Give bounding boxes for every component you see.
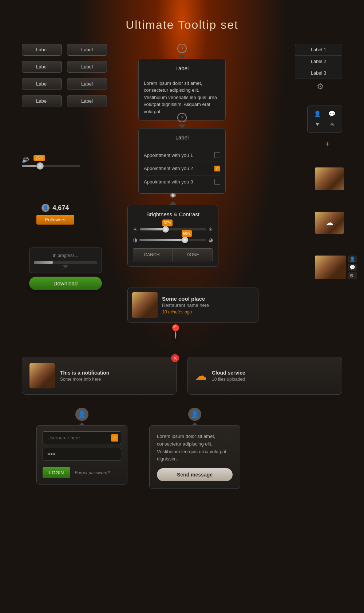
- tooltip-1-arrow: [178, 55, 186, 59]
- forgot-password-link[interactable]: Forgot password?: [75, 470, 110, 475]
- right-image-area: ☁ 👤 💬 ⚙: [315, 167, 346, 279]
- brightness-thumb[interactable]: 37%: [162, 226, 169, 233]
- brightness-box: Brightness & Contrast ☀ 37% ☀ ◑ 66%: [127, 205, 218, 267]
- checkbox-2[interactable]: [214, 166, 220, 171]
- checkbox-row-3: Appointment with you 3: [144, 175, 220, 189]
- download-tooltip-arrow: [63, 265, 68, 268]
- slider-badge: 25%: [33, 155, 45, 161]
- checkbox-3[interactable]: [214, 179, 220, 185]
- tooltip-1-box: Label Lorem ipsum dolor sit amet, consec…: [138, 59, 226, 120]
- location-restaurant: Restaurant name here: [162, 302, 254, 308]
- brightness-title: Brightness & Contrast: [133, 210, 213, 222]
- page-title: Ultimate Tooltip set: [7, 7, 357, 46]
- message-form-container: 👤 Lorem ipsum dolor sit amet, consectetu…: [149, 408, 240, 489]
- send-message-button[interactable]: Send message: [157, 468, 233, 481]
- heart-icon[interactable]: ♥: [312, 121, 323, 128]
- person-icon[interactable]: 👤: [312, 110, 323, 117]
- location-image: [132, 292, 158, 318]
- tooltip-2-arrow: [178, 124, 186, 128]
- contrast-track[interactable]: 66%: [139, 239, 206, 241]
- bc-buttons: CANCEL DONE: [133, 248, 213, 261]
- download-button[interactable]: Download: [29, 277, 102, 290]
- password-input[interactable]: [43, 448, 121, 460]
- tooltip-2-box: Label Appointment with you 1 Appointment…: [138, 128, 226, 194]
- cloud-notification-card: ☁ Cloud service 10 files uploaded: [187, 357, 342, 395]
- username-field-row: ⚠: [43, 431, 121, 448]
- cloud-icon: ☁: [195, 369, 207, 383]
- cloud-upload-card: ☁: [315, 212, 346, 234]
- notification-close-button[interactable]: ✕: [171, 354, 179, 362]
- done-button[interactable]: DONE: [173, 248, 213, 261]
- brightness-slider-row: ☀ 37% ☀: [133, 226, 213, 233]
- tooltip-2-title: Label: [144, 134, 220, 145]
- contrast-thumb[interactable]: 66%: [182, 237, 188, 243]
- cancel-button[interactable]: CANCEL: [133, 248, 173, 261]
- followers-avatar: 👤: [41, 204, 50, 212]
- cloud-notification-title: Cloud service: [212, 370, 245, 376]
- slider-fill: [22, 165, 36, 167]
- progress-label: In progress...: [34, 252, 97, 259]
- login-section: 👤 ⚠ LOGIN Forgot password? 👤: [36, 408, 342, 489]
- message-tooltip-arrow: [192, 422, 198, 425]
- asterisk-icon[interactable]: ✳: [327, 121, 337, 128]
- button-5[interactable]: Label: [22, 78, 62, 90]
- brightness-track[interactable]: 37%: [140, 228, 206, 230]
- login-form-container: 👤 ⚠ LOGIN Forgot password?: [36, 408, 127, 489]
- chat-icon[interactable]: 💬: [327, 110, 337, 117]
- settings-overlay-icon[interactable]: ⚙: [348, 272, 357, 279]
- message-avatar-icon: 👤: [188, 408, 201, 421]
- tooltip-2-container: ? Label Appointment with you 1 Appointme…: [138, 113, 226, 194]
- button-4[interactable]: Label: [67, 61, 107, 73]
- button-1[interactable]: Label: [22, 44, 62, 56]
- checkbox-label-3: Appointment with you 3: [144, 178, 193, 186]
- contrast-badge: 66%: [182, 230, 192, 237]
- label-panel-item-3[interactable]: Label 3: [295, 67, 342, 79]
- contrast-low-icon: ◑: [133, 236, 137, 244]
- gear-icon[interactable]: ⚙: [317, 82, 324, 91]
- chat-overlay-icon[interactable]: 💬: [348, 264, 357, 271]
- checkbox-row-1: Appointment with you 1: [144, 149, 220, 162]
- notification-text: This is a notification Some more info he…: [60, 370, 109, 382]
- tooltip-1-container: ? Label Lorem ipsum dolor sit amet, cons…: [138, 44, 226, 120]
- followers-button[interactable]: Followers: [36, 215, 74, 225]
- login-bottom-row: LOGIN Forgot password?: [43, 467, 121, 478]
- image-overlay-icons: 👤 💬 ⚙: [348, 256, 357, 279]
- brightness-high-icon: ☀: [208, 226, 213, 233]
- person-overlay-icon[interactable]: 👤: [348, 256, 357, 262]
- slider-track[interactable]: 25%: [22, 165, 80, 167]
- plus-icon[interactable]: +: [325, 140, 329, 149]
- warning-icon: ⚠: [111, 434, 118, 442]
- username-input[interactable]: [43, 431, 121, 444]
- location-card: Some cool place Restaurant name here 10 …: [127, 288, 258, 323]
- icon-grid: 👤 💬 ♥ ✳: [307, 106, 342, 133]
- brightness-section: ✺ Brightness & Contrast ☀ 37% ☀ ◑: [127, 191, 218, 267]
- notification-image: [29, 363, 55, 388]
- slider-thumb[interactable]: 25%: [36, 162, 44, 170]
- map-pin-icon: 📍: [167, 324, 184, 339]
- button-8[interactable]: Label: [67, 95, 107, 107]
- brightness-fill: [140, 228, 164, 230]
- tooltip-1-title: Label: [144, 64, 220, 76]
- speaker-icon: 🔊: [22, 157, 29, 163]
- tooltip-1-question-icon: ?: [177, 44, 187, 53]
- button-7[interactable]: Label: [22, 95, 62, 107]
- label-panel: Label 1 Label 2 Label 3: [295, 44, 342, 79]
- notifications-section: ✕ This is a notification Some more info …: [22, 357, 342, 395]
- button-3[interactable]: Label: [22, 61, 62, 73]
- cloud-notification-subtitle: 10 files uploaded: [212, 377, 245, 382]
- button-6[interactable]: Label: [67, 78, 107, 90]
- checkbox-1[interactable]: [214, 152, 220, 158]
- button-2[interactable]: Label: [67, 44, 107, 56]
- followers-count-row: 👤 4,674: [36, 204, 74, 212]
- followers-card: 👤 4,674 Followers: [36, 204, 74, 225]
- slider-section: 🔊 25%: [22, 157, 80, 167]
- login-box: ⚠ LOGIN Forgot password?: [36, 425, 127, 485]
- login-button[interactable]: LOGIN: [43, 467, 70, 478]
- followers-count: 4,674: [52, 204, 69, 212]
- label-panel-item-1[interactable]: Label 1: [295, 44, 342, 56]
- brightness-badge: 37%: [162, 220, 173, 226]
- image-card-3: [315, 256, 346, 279]
- location-name: Some cool place: [162, 296, 254, 302]
- label-panel-item-2[interactable]: Label 2: [295, 56, 342, 67]
- brightness-arrow: [169, 201, 177, 205]
